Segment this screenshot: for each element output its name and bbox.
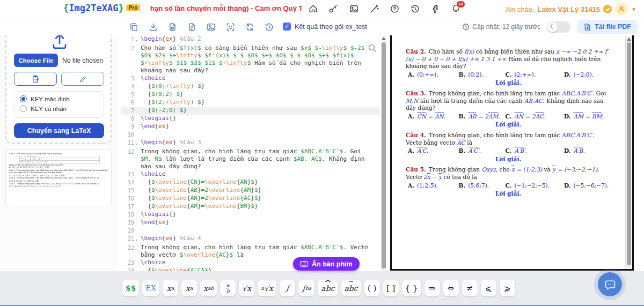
user-menu[interactable]: Xin chào, Latex Vật Lý 31415 ▼ (506, 3, 636, 16)
chat-support-button[interactable] (598, 272, 622, 296)
fold-marker-icon[interactable] (134, 186, 139, 195)
fold-marker-icon[interactable] (134, 227, 139, 235)
fold-marker-icon[interactable]: ▾ (134, 139, 139, 148)
symbol-button[interactable]: ≠ (462, 280, 478, 296)
symbol-button[interactable]: $$ (122, 280, 139, 296)
code-text[interactable] (139, 227, 379, 235)
code-text[interactable]: \begin{ex} %Câu 2 (139, 35, 379, 44)
edit-manually-button[interactable] (61, 72, 104, 86)
preview-scrollbar-thumb[interactable] (627, 42, 631, 265)
facebook-icon[interactable] (430, 4, 441, 14)
fold-marker-icon[interactable] (134, 99, 139, 107)
history-list-icon[interactable] (264, 22, 274, 32)
document-icon[interactable] (187, 22, 197, 32)
code-text[interactable]: {$(-2;0) $} (139, 107, 379, 115)
convert-to-latex-button[interactable]: Chuyển sang LaTeX (14, 123, 104, 138)
download-icon[interactable] (148, 22, 158, 32)
home-icon[interactable] (308, 4, 318, 14)
code-text[interactable]: {$(2;+\infty) $} (139, 99, 379, 107)
key-icon[interactable] (328, 4, 339, 14)
fold-marker-icon[interactable] (134, 131, 139, 139)
zoom-search-icon[interactable] (367, 43, 378, 56)
symbol-button[interactable]: ⇔ (443, 280, 459, 296)
code-text[interactable]: \choice (139, 170, 379, 178)
bell-icon[interactable]: 10 (451, 4, 461, 14)
code-text[interactable]: \end{ex} (139, 123, 379, 131)
source-image-thumbnail[interactable]: Câu 2. Cho hàm số f(x) có bảng biến thiê… (5, 149, 112, 206)
fold-marker-icon[interactable] (134, 203, 139, 211)
symbol-button[interactable]: xab (200, 280, 217, 296)
scroll-up-arrow-icon[interactable] (627, 38, 631, 41)
symbol-button[interactable]: ab (220, 280, 236, 296)
history-icon[interactable] (410, 4, 420, 14)
symbol-button[interactable]: ⩾ (500, 280, 515, 296)
code-text[interactable]: {$\overline{AB}=2\overline{AM}$} (139, 186, 379, 195)
symbol-button[interactable]: abc (318, 280, 338, 296)
fold-marker-icon[interactable] (134, 74, 139, 83)
fold-marker-icon[interactable] (134, 148, 139, 170)
code-text[interactable]: \end{ex} (139, 219, 379, 227)
symbol-button[interactable]: { } (402, 280, 421, 296)
editor-scrollbar[interactable] (380, 35, 386, 271)
symbol-button[interactable]: ∫ba (298, 280, 314, 296)
symbol-button[interactable]: √x (239, 280, 254, 296)
code-text[interactable] (139, 131, 379, 139)
latex-code-editor[interactable]: 1 ▾ \begin{ex} %Câu 2 2 Cho hàm số $f(x)… (121, 35, 379, 271)
copy-icon[interactable] (129, 22, 139, 32)
symbol-button[interactable]: ⇒ (425, 280, 440, 296)
fold-marker-icon[interactable]: ▾ (134, 235, 139, 244)
key-option-row[interactable]: KEY cá nhân (20, 105, 98, 112)
symbol-button[interactable]: ⩽ (481, 280, 496, 296)
code-text[interactable]: \loigiai{} (139, 211, 379, 219)
fold-marker-icon[interactable] (134, 259, 139, 267)
code-text[interactable]: {$\overline{AM}=\overline{BM}$} (139, 203, 379, 211)
paste-from-clipboard-button[interactable] (14, 72, 57, 86)
fold-marker-icon[interactable] (134, 83, 139, 91)
fold-marker-icon[interactable] (134, 91, 139, 99)
code-text[interactable]: {$\overline{AN}=2\overline{AC}$} (139, 195, 379, 203)
code-text[interactable]: \begin{ex} %Câu 4 (139, 235, 379, 244)
preview-scrollbar[interactable] (625, 36, 632, 268)
code-text[interactable]: {$(0;+\infty) $} (139, 83, 379, 91)
avatar[interactable] (615, 3, 628, 16)
dark-mode-toggle[interactable]: ☾ (547, 21, 570, 33)
fold-marker-icon[interactable] (134, 115, 139, 123)
sync-icon[interactable] (245, 22, 255, 32)
file-export-icon[interactable] (167, 22, 178, 32)
code-text[interactable]: \choice (139, 74, 379, 83)
symbol-button[interactable]: xa (163, 280, 178, 296)
fold-marker-icon[interactable] (134, 244, 139, 259)
fold-marker-icon[interactable] (134, 123, 139, 131)
symbol-button[interactable]: ∫ (280, 280, 295, 296)
code-text[interactable]: {$(0;2) $} (139, 91, 379, 99)
code-text[interactable]: Trong không gian, cho hình lăng trụ tam … (139, 244, 379, 259)
chevron-down-icon[interactable]: ▼ (631, 6, 636, 12)
fold-marker-icon[interactable] (134, 178, 139, 186)
symbol-button[interactable]: ( ) (364, 280, 380, 296)
editor-scrollbar-thumb[interactable] (382, 42, 386, 268)
radio-button[interactable] (20, 105, 27, 112)
scan-icon[interactable] (225, 22, 236, 32)
key-option-row[interactable]: KEY mặc định (20, 95, 98, 102)
fold-marker-icon[interactable] (134, 219, 139, 227)
fold-marker-icon[interactable] (134, 267, 139, 271)
fold-marker-icon[interactable] (134, 44, 139, 74)
help-icon[interactable] (390, 4, 400, 14)
fold-marker-icon[interactable] (134, 211, 139, 219)
image-export-icon[interactable] (206, 22, 216, 32)
code-text[interactable]: Cho hàm số $f(x)$ có bảng biến thiên như… (139, 44, 379, 74)
fold-marker-icon[interactable]: ▾ (134, 35, 139, 44)
code-text[interactable]: {$\overline{CN}=\overline{AN}$} (139, 178, 379, 186)
result-package-checkbox[interactable]: ✓ (283, 23, 291, 31)
fold-marker-icon[interactable] (134, 195, 139, 203)
fold-marker-icon[interactable] (134, 170, 139, 178)
magic-wand-icon[interactable] (369, 4, 379, 14)
symbol-button[interactable]: xa (181, 280, 197, 296)
scroll-up-arrow-icon[interactable] (382, 37, 386, 40)
code-text[interactable]: \loigiai{} (139, 115, 379, 123)
choose-file-button[interactable]: Choose File (14, 54, 58, 67)
symbol-button[interactable]: abc (341, 280, 361, 296)
radio-button[interactable] (20, 95, 27, 102)
symbol-button[interactable]: n√x (258, 280, 276, 296)
download-pdf-button[interactable]: Tải file PDF (577, 20, 638, 34)
